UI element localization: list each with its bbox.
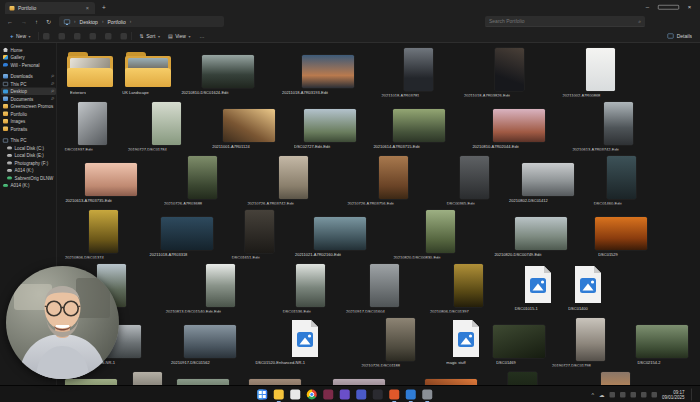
app-purple-icon[interactable] bbox=[340, 390, 350, 400]
more-options-button[interactable]: … bbox=[199, 33, 205, 39]
sidebar-item-a014-k-[interactable]: A014 (K:) bbox=[1, 167, 56, 175]
breadcrumb-desktop[interactable]: Desktop bbox=[80, 19, 98, 25]
file-item[interactable]: tree bbox=[504, 372, 540, 385]
minimize-button[interactable]: – bbox=[637, 0, 658, 14]
new-button[interactable]: + New ▾ bbox=[6, 33, 35, 40]
file-item[interactable]: 20210613-A7R03742-Edit bbox=[572, 102, 665, 154]
file-item[interactable]: DSC01400 bbox=[568, 264, 608, 316]
file-item[interactable]: 20211002-A7R00868 bbox=[563, 48, 638, 100]
obs-icon[interactable] bbox=[422, 390, 432, 400]
start-icon[interactable] bbox=[257, 390, 267, 400]
delete-icon[interactable] bbox=[121, 33, 128, 40]
search-input[interactable] bbox=[489, 19, 638, 25]
file-item[interactable]: 20210813-DSC01568 bbox=[236, 372, 313, 385]
mic-icon[interactable] bbox=[620, 392, 626, 398]
view-icon: ▤ bbox=[168, 33, 173, 39]
file-item[interactable]: DSC01520-Enhanced-NR bbox=[405, 372, 497, 385]
file-item[interactable]: DSC08137-1 - p - giant psd fake - crop bbox=[547, 372, 684, 385]
breadcrumb[interactable]: › Desktop › Portfolio › bbox=[59, 16, 224, 27]
up-button[interactable]: ↑ bbox=[35, 18, 38, 25]
pen-icon[interactable] bbox=[630, 392, 636, 398]
folder-icon bbox=[67, 52, 114, 89]
taskbar-icons bbox=[257, 386, 432, 402]
bluetooth-icon[interactable] bbox=[609, 392, 615, 398]
system-tray: ^ ☁ 09:17 09/01/2025 bbox=[591, 386, 693, 402]
sidebar-item-documents[interactable]: Documents ⚲ bbox=[1, 95, 56, 103]
refresh-button[interactable]: ↻ bbox=[46, 18, 51, 25]
file-item[interactable]: DSC01015-1 bbox=[515, 264, 561, 316]
copy-icon[interactable] bbox=[59, 33, 66, 40]
file-item[interactable]: 20210813-DSC01540-Edit-Edit bbox=[166, 264, 276, 316]
file-item[interactable]: DSC02154-2 bbox=[636, 318, 688, 370]
firefox-icon[interactable] bbox=[389, 390, 399, 400]
teams-icon[interactable] bbox=[356, 390, 366, 400]
tray-chevron-up-icon[interactable]: ^ bbox=[591, 392, 594, 398]
image-thumbnail bbox=[522, 163, 574, 196]
app-blue-icon[interactable] bbox=[406, 390, 416, 400]
maximize-button[interactable] bbox=[658, 0, 679, 14]
file-name: 20211018-A7R03826-Edit bbox=[441, 93, 533, 97]
new-tab-button[interactable]: + bbox=[102, 3, 106, 11]
search-box[interactable]: ⌕ bbox=[485, 16, 645, 27]
sidebar-item-will-personal[interactable]: Will - Personal bbox=[1, 61, 56, 69]
file-item[interactable]: 20210802-DSC01412 bbox=[509, 156, 586, 208]
chrome-icon[interactable] bbox=[307, 390, 317, 400]
file-item[interactable]: DSC01544-4 bbox=[177, 372, 229, 385]
rename-icon[interactable] bbox=[90, 33, 97, 40]
file-explorer-icon[interactable] bbox=[274, 390, 284, 400]
wifi-icon[interactable] bbox=[641, 392, 647, 398]
folder-item[interactable]: Exteriors bbox=[65, 48, 115, 100]
file-name: DSC01529 bbox=[582, 252, 634, 257]
volume-icon[interactable] bbox=[651, 392, 657, 398]
sidebar-item-desktop[interactable]: Desktop ⚲ bbox=[1, 88, 56, 96]
share-icon[interactable] bbox=[105, 33, 112, 40]
forward-button[interactable]: → bbox=[21, 18, 27, 25]
file-item[interactable]: DSC01529 bbox=[595, 210, 647, 262]
close-button[interactable]: × bbox=[679, 0, 700, 14]
sidebar-item-sabrentorig-dlnw[interactable]: SabrentOrig DLNW bbox=[1, 174, 56, 182]
file-item[interactable]: 20211018-A7R03193-Edit bbox=[282, 48, 374, 100]
sidebar-item-gallery[interactable]: Gallery bbox=[1, 54, 56, 62]
sidebar-item-this-pc[interactable]: This PC ⚲ bbox=[1, 80, 56, 88]
file-item[interactable]: 20210726-A7R03756-Edit bbox=[347, 156, 440, 208]
sidebar-item-this-pc[interactable]: This PC bbox=[1, 137, 56, 145]
view-button[interactable]: ▤ View ▾ bbox=[164, 33, 194, 39]
file-item[interactable]: 20210806-DSC01397 bbox=[430, 264, 507, 316]
file-name: 20210726-DSC01188 bbox=[343, 363, 420, 367]
taskbar-clock[interactable]: 09:17 09/01/2025 bbox=[662, 390, 685, 400]
file-item[interactable]: 20211018-A7R03318 bbox=[149, 210, 224, 262]
cut-icon[interactable] bbox=[43, 33, 50, 40]
sidebar-item-a014-k-[interactable]: A014 (K:) bbox=[1, 182, 56, 190]
sidebar-item-downloads[interactable]: Downloads ⚲ bbox=[1, 73, 56, 81]
back-button[interactable]: ← bbox=[7, 18, 13, 25]
sidebar-item-local-disk-e-[interactable]: Local Disk (E:) bbox=[1, 152, 56, 160]
premiere-icon[interactable] bbox=[323, 390, 333, 400]
sidebar-item-images[interactable]: Images bbox=[1, 118, 56, 126]
clock-date: 09/01/2025 bbox=[662, 395, 685, 400]
sidebar-item-photography-f-[interactable]: Photography (F:) bbox=[1, 159, 56, 167]
camera-icon[interactable] bbox=[373, 390, 383, 400]
sort-button[interactable]: ⇅ Sort ▾ bbox=[136, 33, 164, 39]
notepad-icon[interactable] bbox=[290, 390, 300, 400]
details-button[interactable]: Details bbox=[668, 33, 692, 39]
file-item[interactable]: 20210820-DSC00749-Edit bbox=[494, 210, 588, 262]
tab-close-icon[interactable]: × bbox=[84, 5, 90, 11]
show-desktop-button[interactable] bbox=[692, 389, 694, 401]
file-item[interactable]: 20210726-DSC01188 bbox=[362, 318, 439, 370]
paste-icon[interactable] bbox=[74, 33, 81, 40]
sidebar-item-greenscreen-promos[interactable]: Greenscreen Promos bbox=[1, 103, 56, 111]
sidebar-item-local-disk-c-[interactable]: Local Disk (C:) bbox=[1, 144, 56, 152]
file-item[interactable]: DSC01460-Edit bbox=[594, 156, 650, 208]
file-item[interactable]: 20190727-DSC01798 bbox=[552, 318, 629, 370]
sidebar-item-portraits[interactable]: Portraits bbox=[1, 125, 56, 133]
file-item[interactable]: 20210613-A7R03735-Edit bbox=[65, 156, 158, 208]
tab-portfolio[interactable]: Portfolio × bbox=[5, 2, 95, 14]
sidebar-item-portfolio[interactable]: Portfolio bbox=[1, 110, 56, 118]
file-item[interactable]: 20211018-A7R03826-Edit bbox=[464, 48, 556, 100]
file-item[interactable]: 20200207-DSC01940 bbox=[321, 372, 398, 385]
file-item[interactable]: untitled-1538 bbox=[124, 372, 170, 385]
onedrive-icon[interactable]: ☁ bbox=[599, 391, 605, 398]
sidebar-item-home[interactable]: Home bbox=[1, 46, 56, 54]
file-item[interactable]: DSC01520-Enhanced-NR-1 bbox=[256, 318, 355, 370]
breadcrumb-portfolio[interactable]: Portfolio bbox=[107, 19, 125, 25]
